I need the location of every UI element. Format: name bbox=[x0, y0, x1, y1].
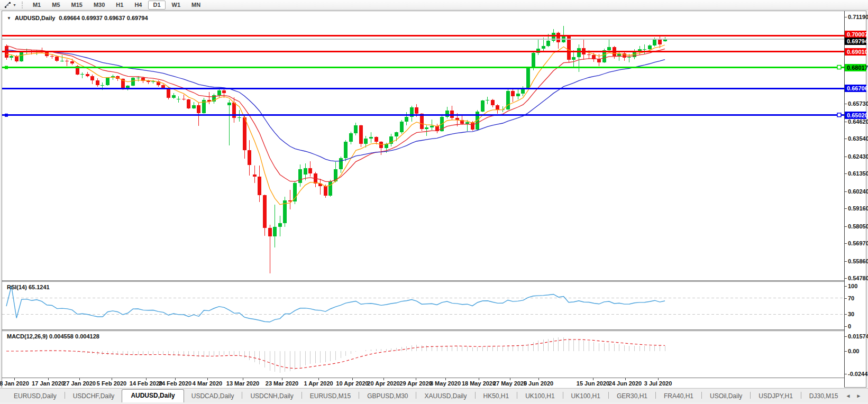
tab-separator bbox=[701, 392, 702, 399]
axis-tick-mark bbox=[845, 243, 847, 244]
date-label: 29 Apr 2020 bbox=[399, 380, 432, 387]
chart-tab-uk100-h1[interactable]: UK100,H1 bbox=[518, 390, 562, 402]
timeframe-button-mn[interactable]: MN bbox=[187, 1, 205, 10]
axis-tick-mark bbox=[845, 351, 847, 352]
chart-tab-usdjpy-h1[interactable]: USDJPY,H1 bbox=[751, 390, 800, 402]
date-label: 24 Feb 2020 bbox=[159, 380, 191, 387]
moving-averages-layer bbox=[6, 45, 665, 205]
price-tick-label: 0.54780 bbox=[848, 274, 868, 282]
rsi-canvas[interactable] bbox=[2, 282, 844, 329]
date-label: 14 Feb 2020 bbox=[130, 380, 162, 387]
price-tick-label: 0.58050 bbox=[848, 223, 868, 230]
date-axis[interactable]: 8 Jan 202017 Jan 202027 Jan 20205 Feb 20… bbox=[2, 378, 844, 388]
macd-axis-label: 0.00 bbox=[848, 347, 859, 355]
main-chart-canvas[interactable] bbox=[2, 11, 844, 280]
price-tick-label: 0.71190 bbox=[848, 13, 868, 21]
chart-tab-dj30-m15[interactable]: DJ30,M15 bbox=[802, 390, 846, 402]
pane-separator[interactable] bbox=[2, 329, 844, 330]
rsi-axis-label: 100 bbox=[848, 282, 857, 290]
timeframe-button-m15[interactable]: M15 bbox=[67, 1, 87, 10]
crosshair-tool-button[interactable]: ▼ bbox=[2, 1, 19, 9]
date-label: 17 Jan 2020 bbox=[32, 380, 65, 387]
chart-tab-fra40-h1[interactable]: FRA40,H1 bbox=[656, 390, 701, 402]
chart-tab-ger30-h1[interactable]: GER30,H1 bbox=[609, 390, 655, 402]
chart-tab-usoil-daily[interactable]: USOil,Daily bbox=[702, 390, 750, 402]
collapse-icon[interactable]: ▼ bbox=[7, 16, 11, 21]
rsi-axis-label: 0 bbox=[848, 323, 851, 330]
timeframe-button-h1[interactable]: H1 bbox=[111, 1, 128, 10]
price-level-badge: 0.65020 bbox=[845, 112, 866, 119]
axis-tick-mark bbox=[845, 326, 847, 327]
date-label: 20 Apr 2020 bbox=[367, 380, 399, 387]
price-level-badge: 0.69794 bbox=[845, 38, 866, 45]
price-level-badge: 0.66706 bbox=[845, 85, 866, 92]
chart-tab-eurusd-daily[interactable]: EURUSD,Daily bbox=[6, 390, 64, 402]
line-handle[interactable] bbox=[837, 66, 841, 69]
timeframe-button-m30[interactable]: M30 bbox=[89, 1, 109, 10]
chart-tab-eurusd-m15[interactable]: EURUSD,M15 bbox=[303, 390, 358, 402]
date-label: 27 Jan 2020 bbox=[63, 380, 96, 387]
chart-tab-audusd-daily[interactable]: AUDUSD,Daily bbox=[122, 389, 184, 402]
date-label: 4 Mar 2020 bbox=[193, 380, 222, 387]
axis-tick-mark bbox=[845, 336, 847, 337]
line-handle[interactable] bbox=[5, 66, 8, 69]
timeframe-button-d1[interactable]: D1 bbox=[148, 1, 165, 10]
chart-tab-xauusd-daily[interactable]: XAUUSD,Daily bbox=[417, 390, 474, 402]
price-tick-label: 0.65730 bbox=[848, 100, 868, 107]
chart-ohlc-values: 0.69664 0.69937 0.69637 0.69794 bbox=[59, 15, 148, 21]
tab-separator bbox=[517, 392, 517, 399]
axis-tick-mark bbox=[845, 17, 847, 17]
tab-separator bbox=[563, 392, 563, 399]
timeframe-button-m1[interactable]: M1 bbox=[28, 1, 45, 10]
line-handle[interactable] bbox=[837, 113, 841, 117]
chart-tab-usdcad-daily[interactable]: USDCAD,Daily bbox=[184, 390, 242, 402]
chart-tab-bar: EURUSD,DailyUSDCHF,DailyAUDUSD,DailyUSDC… bbox=[0, 388, 868, 402]
date-label: 3 Jul 2020 bbox=[644, 380, 672, 387]
tab-separator bbox=[359, 392, 359, 399]
tab-scroll-left-icon[interactable]: ◄ bbox=[846, 393, 851, 399]
price-tick-label: 0.59160 bbox=[848, 205, 868, 212]
axis-tick-mark bbox=[845, 314, 847, 315]
chart-tab-usdchf-daily[interactable]: USDCHF,Daily bbox=[66, 390, 122, 402]
mt4-window: ▼ M1M5M15M30H1H4D1W1MN ▼ AUDUSD,Daily 0.… bbox=[0, 0, 868, 404]
timeframe-button-m5[interactable]: M5 bbox=[47, 1, 65, 10]
rsi-line bbox=[6, 286, 665, 322]
pane-separator[interactable] bbox=[2, 280, 844, 281]
tab-scroll-right-icon[interactable]: ► bbox=[856, 393, 861, 399]
axis-tick-mark bbox=[845, 208, 847, 209]
chart-tab-uk100-h1[interactable]: UK100,H1 bbox=[564, 390, 608, 402]
toolbar: ▼ M1M5M15M30H1H4D1W1MN bbox=[0, 0, 868, 10]
axis-tick-mark bbox=[845, 226, 847, 227]
axis-tick-mark bbox=[845, 374, 847, 374]
axis-tick-mark bbox=[845, 191, 847, 192]
price-tick-label: 0.60240 bbox=[848, 188, 868, 195]
line-handle[interactable] bbox=[5, 114, 8, 117]
price-tick-label: 0.61350 bbox=[848, 170, 868, 177]
chart-tab-usdcnh-daily[interactable]: USDCNH,Daily bbox=[243, 390, 300, 402]
chart-tab-hk50-h1[interactable]: HK50,H1 bbox=[476, 390, 517, 402]
date-label: 5 Feb 2020 bbox=[97, 380, 126, 387]
macd-axis-label: 0.015741 bbox=[848, 333, 868, 340]
axis-tick-mark bbox=[845, 298, 847, 299]
date-label: 1 Apr 2020 bbox=[304, 380, 333, 387]
axis-tick-mark bbox=[845, 261, 847, 262]
timeframe-button-w1[interactable]: W1 bbox=[167, 1, 186, 10]
timeframe-button-h4[interactable]: H4 bbox=[130, 1, 147, 10]
rsi-axis-label: 70 bbox=[848, 295, 854, 302]
tab-separator bbox=[416, 392, 416, 399]
price-axis[interactable]: 0.711900.657300.646200.635400.624300.613… bbox=[844, 11, 866, 387]
chevron-down-icon: ▼ bbox=[13, 3, 16, 7]
price-tick-label: 0.64620 bbox=[848, 118, 868, 125]
tab-separator bbox=[301, 392, 302, 399]
date-label: 8 May 2020 bbox=[430, 380, 461, 387]
tab-separator bbox=[801, 392, 801, 399]
tab-separator bbox=[655, 392, 656, 399]
date-label: 13 Mar 2020 bbox=[226, 380, 259, 387]
chart-tab-gbpusd-m30[interactable]: GBPUSD,M30 bbox=[360, 390, 415, 402]
price-level-badge: 0.70007 bbox=[845, 31, 866, 38]
date-label: 15 Jun 2020 bbox=[577, 380, 609, 387]
price-level-badge: 0.69010 bbox=[845, 48, 866, 56]
date-label: 5 Jun 2020 bbox=[524, 380, 553, 387]
axis-tick-mark bbox=[845, 278, 847, 279]
macd-canvas[interactable] bbox=[2, 331, 844, 377]
